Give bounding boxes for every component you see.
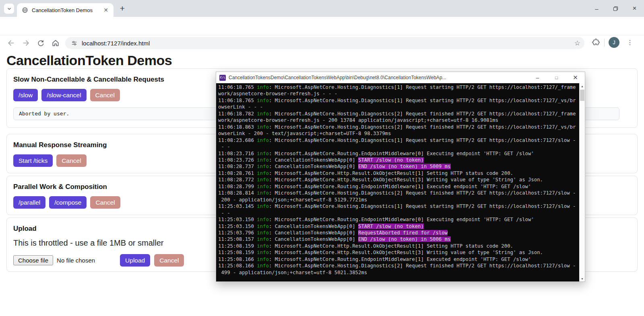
cancel-button-parallel[interactable]: Cancel — [90, 196, 120, 209]
console-minimize-button[interactable]: – — [528, 72, 547, 83]
toolbar-divider — [604, 39, 605, 47]
console-log-row: 11:25:08.157 info: CancellationTokensWeb… — [218, 236, 579, 242]
console-log-row: 11:08:28.761 info: Microsoft.AspNetCore.… — [218, 170, 579, 176]
console-maximize-button[interactable]: □ — [547, 72, 566, 83]
parallel-button[interactable]: /parallel — [13, 196, 45, 209]
browser-window-controls: – × — [587, 0, 644, 17]
globe-favicon-icon — [22, 7, 28, 13]
cancel-button-slow[interactable]: Cancel — [90, 89, 120, 101]
home-button[interactable] — [50, 38, 61, 48]
slow-button[interactable]: /slow — [13, 89, 38, 101]
extensions-puzzle-icon[interactable] — [592, 38, 600, 47]
console-title: CancellationTokensDemo\CancellationToken… — [229, 75, 528, 80]
tab-search-button[interactable] — [4, 4, 14, 14]
console-window: C:\ CancellationTokensDemo\CancellationT… — [216, 72, 585, 282]
console-log-row: 11:08:28.799 info: Microsoft.AspNetCore.… — [218, 183, 579, 190]
reload-button[interactable] — [35, 38, 46, 48]
console-log-row: 11:06:18.765 info: Microsoft.AspNetCore.… — [218, 84, 579, 90]
console-log-row: 11:08:23.686 info: Microsoft.AspNetCore.… — [218, 137, 579, 144]
console-titlebar[interactable]: C:\ CancellationTokensDemo\CancellationT… — [216, 72, 585, 83]
file-status-text: No file chosen — [57, 257, 95, 264]
console-window-controls: – □ ✕ — [528, 72, 585, 83]
back-button[interactable] — [6, 38, 16, 48]
console-log-row: owserLink - 200 - text/javascript;+chars… — [218, 130, 579, 137]
browser-toolbar: localhost:7127/index.html ☆ J ⋮ — [0, 17, 644, 35]
cancel-button-upload[interactable]: Cancel — [154, 254, 184, 267]
cancel-button-streaming[interactable]: Cancel — [56, 154, 86, 167]
console-log-row: 11:25:08.159 info: Microsoft.AspNetCore.… — [218, 243, 579, 249]
tab-title: CancellationToken Demos — [32, 7, 102, 13]
console-log-row: 11:08:23.726 info: CancellationTokensWeb… — [218, 157, 579, 163]
console-log-row: 11:06:18.765 info: Microsoft.AspNetCore.… — [218, 97, 579, 104]
console-output: 11:06:18.765 info: Microsoft.AspNetCore.… — [218, 84, 579, 281]
page-title: CancellationToken Demos — [6, 53, 172, 68]
forward-button[interactable] — [21, 38, 31, 48]
browser-tab[interactable]: CancellationToken Demos ✕ — [17, 3, 114, 17]
console-log-row: 11:25:08.166 info: Microsoft.AspNetCore.… — [218, 256, 579, 263]
console-log-row: 11:08:28.772 info: Microsoft.AspNetCore.… — [218, 176, 579, 183]
restore-icon — [613, 6, 618, 11]
browser-menu-icon[interactable]: ⋮ — [624, 39, 636, 46]
upload-button-group: Upload Cancel — [120, 254, 184, 267]
console-log-row: 11:08:28.814 info: Microsoft.AspNetCore.… — [218, 190, 579, 196]
window-restore-button[interactable] — [606, 0, 625, 17]
compose-button[interactable]: /compose — [49, 196, 87, 209]
toolbar-right-group: J ⋮ — [592, 37, 636, 48]
screen: { "browser": { "tab_title": "Cancellatio… — [0, 0, 644, 316]
scrollbar-thumb[interactable] — [580, 90, 584, 101]
new-tab-button[interactable]: + — [118, 4, 127, 14]
console-close-button[interactable]: ✕ — [566, 72, 585, 83]
console-log-row: work/aspnetcore-browser-refresh.js - - - — [218, 90, 579, 97]
console-log-row: 11:06:18.863 info: Microsoft.AspNetCore.… — [218, 124, 579, 130]
console-log-row: 11:25:08.166 info: Microsoft.AspNetCore.… — [218, 263, 579, 269]
window-minimize-button[interactable]: – — [587, 0, 606, 17]
cmd-icon: C:\ — [219, 75, 226, 81]
console-log-row: 11:25:08.159 info: Microsoft.AspNetCore.… — [218, 249, 579, 256]
url-text[interactable]: localhost:7127/index.html — [82, 40, 574, 47]
console-log-row: owserLink - - - — [218, 104, 579, 110]
console-log-row: 11:25:03.150 info: Microsoft.AspNetCore.… — [218, 216, 579, 223]
scrollbar-up-icon[interactable]: ▲ — [580, 83, 585, 89]
console-log-row: 11:06:18.782 info: Microsoft.AspNetCore.… — [218, 111, 579, 117]
upload-button[interactable]: Upload — [120, 254, 150, 267]
console-log-row: 11:25:03.796 info: CancellationTokensWeb… — [218, 230, 579, 236]
bookmark-star-icon[interactable]: ☆ — [574, 39, 580, 47]
console-log-row: work/aspnetcore-browser-refresh.js - 200… — [218, 117, 579, 123]
url-bar[interactable]: localhost:7127/index.html ☆ — [65, 37, 584, 49]
start-ticks-button[interactable]: Start /ticks — [13, 154, 53, 167]
scrollbar-down-icon[interactable]: ▼ — [580, 276, 585, 281]
console-log-row: 11:25:03.150 info: CancellationTokensWeb… — [218, 223, 579, 230]
file-input[interactable]: Choose file No file chosen — [13, 255, 95, 265]
profile-avatar[interactable]: J — [609, 37, 619, 48]
console-log-row: - - — [218, 144, 579, 150]
site-settings-icon[interactable] — [71, 40, 78, 47]
console-log-row: - - — [218, 210, 579, 216]
console-body: 11:06:18.765 info: Microsoft.AspNetCore.… — [216, 83, 585, 281]
console-log-row: 11:25:03.145 info: Microsoft.AspNetCore.… — [218, 203, 579, 209]
window-close-button[interactable]: × — [625, 0, 644, 17]
choose-file-button[interactable]: Choose file — [13, 255, 53, 265]
slow-cancel-button[interactable]: /slow-cancel — [41, 89, 86, 101]
tab-strip: CancellationToken Demos ✕ + – × — [0, 0, 644, 17]
console-log-row: 11:08:23.716 info: Microsoft.AspNetCore.… — [218, 150, 579, 157]
chevron-down-icon — [7, 6, 12, 11]
console-scrollbar[interactable]: ▲ ▼ — [579, 83, 585, 281]
tab-close-icon[interactable]: ✕ — [102, 7, 109, 13]
console-log-row: 11:08:28.737 info: CancellationTokensWeb… — [218, 163, 579, 170]
console-log-row: 200 - application/json;+charset=utf-8 51… — [218, 197, 579, 203]
console-log-row: 499 - application/json;+charset=utf-8 50… — [218, 269, 579, 276]
